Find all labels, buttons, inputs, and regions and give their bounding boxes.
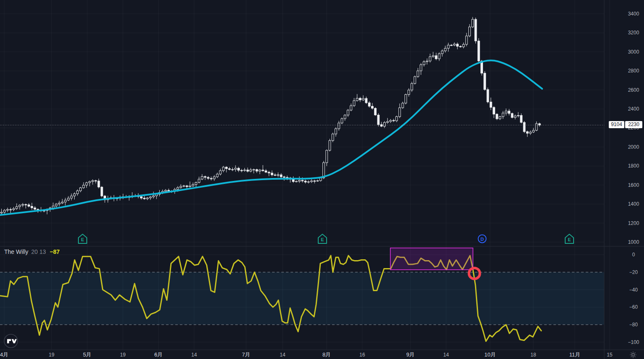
candle-body xyxy=(399,108,401,116)
indicator-params: 20 13 xyxy=(31,248,46,255)
candle-body xyxy=(70,196,73,198)
candle-body xyxy=(259,170,261,171)
indicator-legend[interactable]: The Willy20 13−87 xyxy=(4,248,60,255)
candle-body xyxy=(402,103,404,108)
time-tick-label: 19 xyxy=(49,352,54,358)
candle-body xyxy=(475,19,477,41)
candle-body xyxy=(332,134,334,141)
candle-body xyxy=(7,209,9,210)
candle-body xyxy=(0,212,3,213)
candle-body xyxy=(210,178,212,179)
candle-body xyxy=(520,116,522,123)
candle-body xyxy=(295,181,297,182)
chart-root: EEDE 34003200300028002600240022002000180… xyxy=(0,0,644,359)
price-tick-label: 1400 xyxy=(628,201,639,207)
price-tick-label: −60 xyxy=(629,304,638,310)
candle-body xyxy=(362,98,364,100)
price-tick-label: 0 xyxy=(632,252,635,258)
candle-body xyxy=(201,176,203,179)
candle-body xyxy=(101,187,103,196)
candle-body xyxy=(165,190,167,191)
candle-body xyxy=(277,175,279,175)
candle-body xyxy=(453,44,455,45)
indicator-value: −87 xyxy=(50,248,60,255)
candle-body xyxy=(392,120,395,121)
last-price-label: 2230 xyxy=(625,121,642,128)
candle-body xyxy=(457,44,459,46)
candle-body xyxy=(353,101,355,106)
candle-body xyxy=(350,106,352,110)
candle-body xyxy=(371,106,374,108)
candle-body xyxy=(329,141,331,150)
svg-text:D: D xyxy=(480,237,484,242)
candle-body xyxy=(335,129,337,134)
time-tick-label: 8月 xyxy=(322,351,331,359)
price-tick-label: 2800 xyxy=(628,68,639,74)
candle-body xyxy=(356,98,358,101)
candle-body xyxy=(311,181,313,182)
price-tick-label: 3400 xyxy=(628,11,639,17)
dividend-badge[interactable]: D xyxy=(478,235,486,243)
candle-body xyxy=(31,207,33,208)
candle-body xyxy=(143,198,145,199)
price-tick-label: 1200 xyxy=(628,220,639,226)
candle-body xyxy=(517,116,519,116)
candle-body xyxy=(86,183,88,185)
chart-canvas[interactable]: EEDE xyxy=(0,0,644,359)
candle-body xyxy=(25,204,27,205)
candle-body xyxy=(344,115,346,119)
candle-body xyxy=(219,170,221,174)
time-tick-label: 10月 xyxy=(484,351,496,359)
candle-body xyxy=(250,170,252,171)
candle-body xyxy=(149,197,151,198)
candle-body xyxy=(234,168,236,169)
candle-body xyxy=(73,194,75,196)
candle-body xyxy=(195,182,197,184)
time-tick-label: 14 xyxy=(191,352,197,358)
candle-body xyxy=(177,188,179,189)
candle-body xyxy=(408,90,410,95)
ma-line xyxy=(0,60,542,215)
candle-body xyxy=(13,209,15,210)
time-tick-label: 15 xyxy=(607,352,612,358)
candle-body xyxy=(508,111,510,114)
candle-body xyxy=(274,175,276,175)
candle-body xyxy=(183,186,185,186)
candle-body xyxy=(268,172,270,173)
price-tick-label: 1000 xyxy=(628,239,639,245)
candle-body xyxy=(64,200,66,202)
candle-body xyxy=(304,181,306,182)
candle-body xyxy=(88,181,91,183)
candle-body xyxy=(16,207,18,209)
candle-body xyxy=(429,57,431,61)
candle-body xyxy=(140,196,143,198)
candle-body xyxy=(444,48,447,51)
candle-body xyxy=(192,184,194,186)
candle-body xyxy=(387,121,389,122)
price-tick-label: −80 xyxy=(629,322,638,328)
candle-body xyxy=(490,102,492,107)
candle-body xyxy=(238,168,240,170)
candle-body xyxy=(10,209,12,210)
candle-body xyxy=(432,56,434,57)
candle-body xyxy=(502,113,504,117)
candle-body xyxy=(216,174,218,177)
price-tick-label: −40 xyxy=(629,287,638,293)
time-tick-label: 14 xyxy=(280,352,285,358)
time-tick-label: 4月 xyxy=(0,351,8,359)
axis-settings-icon[interactable] xyxy=(629,351,637,359)
candle-body xyxy=(307,182,309,182)
time-tick-label: 6月 xyxy=(154,351,163,359)
candle-body xyxy=(465,36,467,44)
candle-body xyxy=(204,176,206,177)
candle-body xyxy=(256,170,258,171)
candle-body xyxy=(514,116,516,118)
candle-body xyxy=(469,27,471,36)
highlight-box-drawing[interactable] xyxy=(390,248,473,270)
candle-body xyxy=(447,45,449,49)
time-tick-label: 9月 xyxy=(406,351,415,359)
candle-body xyxy=(496,114,498,119)
tradingview-logo[interactable] xyxy=(3,333,18,349)
candle-body xyxy=(55,204,57,206)
candle-body xyxy=(68,198,70,200)
